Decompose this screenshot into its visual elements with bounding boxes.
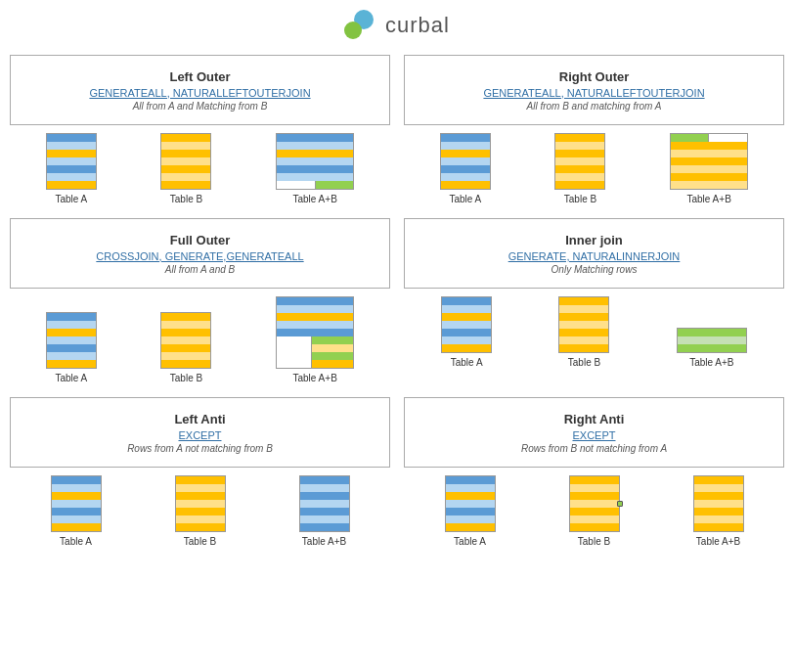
table-b-inner-join: Table B [558,296,609,368]
tbl-b-right-anti-visual [569,475,620,532]
section-inner-join: Inner join GENERATE, NATURALINNERJOIN On… [404,218,784,387]
label-ab-full-outer: Table A+B [292,373,336,383]
table-a-inner-join: Table A [441,296,492,368]
label-ab-right-outer: Table A+B [686,194,730,204]
tbl-a-right-outer-visual [440,133,491,190]
table-ab-inner-join: Table A+B [677,328,747,368]
info-box-left-outer: Left Outer GENERATEALL, NATURALLEFTOUTER… [10,55,390,125]
label-b-right-outer: Table B [564,194,596,204]
title-inner-join: Inner join [565,233,623,247]
label-a-left-outer: Table A [55,194,87,204]
title-full-outer: Full Outer [170,233,230,247]
info-box-left-anti: Left Anti EXCEPT Rows from A not matchin… [10,397,390,468]
tables-row-left-anti: Table A Table B [10,475,390,547]
funcs-left-anti: EXCEPT [178,429,221,441]
table-a-right-outer: Table A [440,133,491,204]
table-ab-full-outer: Table A+B [276,296,354,383]
label-a-full-outer: Table A [55,373,87,383]
table-a-right-anti: Table A [445,475,496,547]
desc-left-anti: Rows from A not matching from B [127,443,273,454]
tbl-a-left-anti-visual [51,475,102,532]
table-b-left-outer: Table B [160,133,211,204]
logo-icon [344,10,379,41]
page: curbal Left Outer GENERATEALL, NATURALLE… [0,0,794,560]
section-full-outer: Full Outer CROSSJOIN, GENERATE,GENERATEA… [10,218,390,387]
tables-row-right-outer: Table A Table B [404,133,784,204]
info-box-inner-join: Inner join GENERATE, NATURALINNERJOIN On… [404,218,784,289]
section-left-outer: Left Outer GENERATEALL, NATURALLEFTOUTER… [10,55,390,208]
info-box-right-outer: Right Outer GENERATEALL, NATURALLEFTOUTE… [404,55,784,125]
tbl-ab-right-anti-visual [693,475,744,532]
funcs-full-outer: CROSSJOIN, GENERATE,GENERATEALL [96,250,303,262]
logo-circle-green [344,22,362,39]
tbl-b-full-outer-visual [160,312,211,369]
label-a-right-outer: Table A [449,194,481,204]
title-left-outer: Left Outer [169,69,230,84]
label-a-right-anti: Table A [454,536,486,547]
tbl-ab-visual [276,133,354,190]
info-box-full-outer: Full Outer CROSSJOIN, GENERATE,GENERATEA… [10,218,390,289]
label-ab-left-outer: Table A+B [292,194,336,204]
title-right-outer: Right Outer [559,69,630,84]
table-b-right-outer: Table B [554,133,605,204]
desc-full-outer: All from A and B [165,264,236,275]
tbl-ab-right-outer-visual [670,133,748,190]
tbl-a-right-anti-visual [445,475,496,532]
label-ab-inner-join: Table A+B [689,357,733,368]
table-a-left-anti: Table A [51,475,102,547]
label-a-inner-join: Table A [451,357,483,368]
tables-row-left-outer: Table A Table B [10,133,390,204]
section-right-outer: Right Outer GENERATEALL, NATURALLEFTOUTE… [404,55,784,208]
label-b-left-anti: Table B [184,536,216,547]
table-b-left-anti: Table B [175,475,226,547]
section-right-anti: Right Anti EXCEPT Rows from B not matchi… [404,397,784,551]
table-ab-right-outer: Table A+B [670,133,748,204]
main-grid: Left Outer GENERATEALL, NATURALLEFTOUTER… [10,55,784,551]
table-ab-left-outer: Table A+B [276,133,354,204]
tbl-ab-full-outer-visual [276,296,354,369]
tbl-ab-left-anti-visual [299,475,350,532]
funcs-left-outer: GENERATEALL, NATURALLEFTOUTERJOIN [89,87,310,99]
desc-left-outer: All from A and Matching from B [133,101,268,112]
funcs-right-outer: GENERATEALL, NATURALLEFTOUTERJOIN [483,87,704,99]
label-ab-right-anti: Table A+B [696,536,740,547]
label-a-left-anti: Table A [60,536,92,547]
tbl-a-inner-join-visual [441,296,492,353]
table-ab-left-anti: Table A+B [299,475,350,547]
tbl-b-inner-join-visual [558,296,609,353]
table-a-left-outer: Table A [46,133,97,204]
tbl-a-visual [46,133,97,190]
funcs-inner-join: GENERATE, NATURALINNERJOIN [508,250,681,262]
header: curbal [10,10,784,41]
tbl-b-visual [160,133,211,190]
table-ab-right-anti: Table A+B [693,475,744,547]
label-b-right-anti: Table B [578,536,610,547]
desc-right-anti: Rows from B not matching from A [521,443,667,454]
table-a-full-outer: Table A [46,312,97,383]
section-left-anti: Left Anti EXCEPT Rows from A not matchin… [10,397,390,551]
table-b-full-outer: Table B [160,312,211,383]
title-left-anti: Left Anti [174,412,225,426]
tbl-ab-inner-join-visual [677,328,747,353]
tables-row-inner-join: Table A Table B [404,296,784,368]
tbl-b-left-anti-visual [175,475,226,532]
label-b-left-outer: Table B [170,194,202,204]
funcs-right-anti: EXCEPT [572,429,615,441]
desc-right-outer: All from B and matching from A [526,101,661,112]
tbl-b-right-outer-visual [554,133,605,190]
table-b-right-anti: Table B [569,475,620,547]
desc-inner-join: Only Matching rows [551,264,638,275]
info-box-right-anti: Right Anti EXCEPT Rows from B not matchi… [404,397,784,468]
label-ab-left-anti: Table A+B [302,536,346,547]
tables-row-right-anti: Table A Table B [404,475,784,547]
logo-text: curbal [385,13,450,38]
label-b-inner-join: Table B [568,357,600,368]
label-b-full-outer: Table B [170,373,202,383]
title-right-anti: Right Anti [564,412,625,426]
tbl-a-full-outer-visual [46,312,97,369]
tables-row-full-outer: Table A Table B [10,296,390,383]
